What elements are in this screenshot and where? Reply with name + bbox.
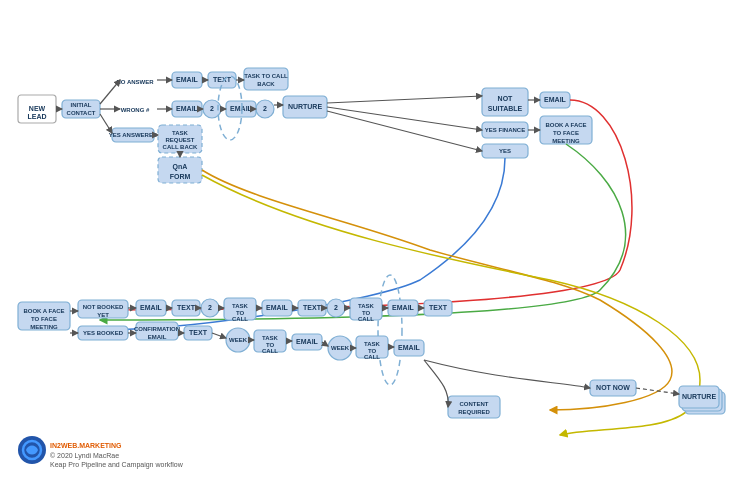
svg-text:MEETING: MEETING <box>552 138 580 144</box>
svg-text:YES ANSWERED: YES ANSWERED <box>109 132 158 138</box>
svg-text:TEXT: TEXT <box>303 304 322 311</box>
svg-text:WRONG #: WRONG # <box>121 107 150 113</box>
svg-text:NOT NOW: NOT NOW <box>596 384 630 391</box>
svg-text:YES BOOKED: YES BOOKED <box>83 330 124 336</box>
svg-text:CONTACT: CONTACT <box>67 110 96 116</box>
svg-text:BOOK A FACE: BOOK A FACE <box>545 122 586 128</box>
svg-text:EMAIL: EMAIL <box>398 344 421 351</box>
svg-text:INITIAL: INITIAL <box>71 102 92 108</box>
svg-text:QnA: QnA <box>173 163 188 171</box>
svg-text:NOT BOOKED: NOT BOOKED <box>83 304 124 310</box>
svg-text:WEEK: WEEK <box>229 337 248 343</box>
svg-text:EMAIL: EMAIL <box>176 76 199 83</box>
svg-text:TASK: TASK <box>172 130 189 136</box>
svg-text:CALL BACK: CALL BACK <box>163 144 199 150</box>
svg-line-130 <box>322 342 328 346</box>
svg-text:CALL: CALL <box>358 316 374 322</box>
svg-text:TASK: TASK <box>358 303 375 309</box>
svg-line-148 <box>636 388 679 394</box>
svg-text:EMAIL: EMAIL <box>544 96 567 103</box>
brand-label: IN2WEB.MARKETING <box>50 442 122 449</box>
svg-text:BOOK A FACE: BOOK A FACE <box>23 308 64 314</box>
svg-text:LEAD: LEAD <box>27 113 46 120</box>
svg-text:TEXT: TEXT <box>429 304 448 311</box>
svg-line-8 <box>100 80 120 104</box>
svg-text:YES FINANCE: YES FINANCE <box>485 127 525 133</box>
svg-text:SUITABLE: SUITABLE <box>488 105 523 112</box>
svg-text:TO FACE: TO FACE <box>31 316 57 322</box>
svg-line-63 <box>327 111 482 151</box>
title-label: Keap Pro Pipeline and Campaign workflow <box>50 461 184 469</box>
svg-text:NO ANSWER: NO ANSWER <box>116 79 154 85</box>
svg-text:TASK: TASK <box>262 335 279 341</box>
svg-text:WEEK: WEEK <box>331 345 350 351</box>
svg-text:CONFIRMATION: CONFIRMATION <box>134 326 180 332</box>
svg-text:2: 2 <box>208 304 212 311</box>
svg-text:EMAIL: EMAIL <box>148 334 167 340</box>
svg-text:BACK: BACK <box>257 81 275 87</box>
svg-text:FORM: FORM <box>170 173 191 180</box>
svg-text:TEXT: TEXT <box>189 329 208 336</box>
svg-text:MEETING: MEETING <box>30 324 58 330</box>
svg-text:REQUEST: REQUEST <box>165 137 194 143</box>
svg-text:EMAIL: EMAIL <box>140 304 163 311</box>
svg-line-10 <box>100 114 112 133</box>
svg-text:TASK: TASK <box>232 303 249 309</box>
diagram-container: NEW LEAD INITIAL CONTACT NO ANSWER WRONG… <box>0 0 750 500</box>
svg-text:CONTENT: CONTENT <box>460 401 489 407</box>
svg-text:2: 2 <box>334 304 338 311</box>
svg-text:NURTURE: NURTURE <box>682 393 717 400</box>
svg-text:NOT: NOT <box>498 95 514 102</box>
svg-text:TEXT: TEXT <box>177 304 196 311</box>
svg-point-68 <box>378 275 402 385</box>
new-lead-label: NEW <box>29 105 46 112</box>
svg-rect-15 <box>244 68 288 90</box>
svg-text:YET: YET <box>97 312 109 318</box>
svg-text:CALL: CALL <box>262 348 278 354</box>
svg-text:EMAIL: EMAIL <box>176 105 199 112</box>
svg-line-62 <box>327 107 482 130</box>
svg-text:CALL: CALL <box>232 316 248 322</box>
svg-text:EMAIL: EMAIL <box>392 304 415 311</box>
svg-text:2: 2 <box>210 105 214 112</box>
svg-line-61 <box>327 96 482 103</box>
svg-text:YES: YES <box>499 148 511 154</box>
svg-text:EMAIL: EMAIL <box>296 338 319 345</box>
svg-text:REQUIRED: REQUIRED <box>458 409 490 415</box>
copyright-label: © 2020 Lyndi MacRae <box>50 452 119 460</box>
svg-text:NURTURE: NURTURE <box>288 103 323 110</box>
svg-text:2: 2 <box>263 105 267 112</box>
svg-rect-139 <box>448 396 500 418</box>
svg-text:CALL: CALL <box>364 354 380 360</box>
svg-text:TEXT: TEXT <box>213 76 232 83</box>
svg-text:TASK TO CALL: TASK TO CALL <box>244 73 288 79</box>
svg-text:TASK: TASK <box>364 341 381 347</box>
svg-line-119 <box>212 333 226 338</box>
svg-text:TO FACE: TO FACE <box>553 130 579 136</box>
svg-text:EMAIL: EMAIL <box>266 304 289 311</box>
